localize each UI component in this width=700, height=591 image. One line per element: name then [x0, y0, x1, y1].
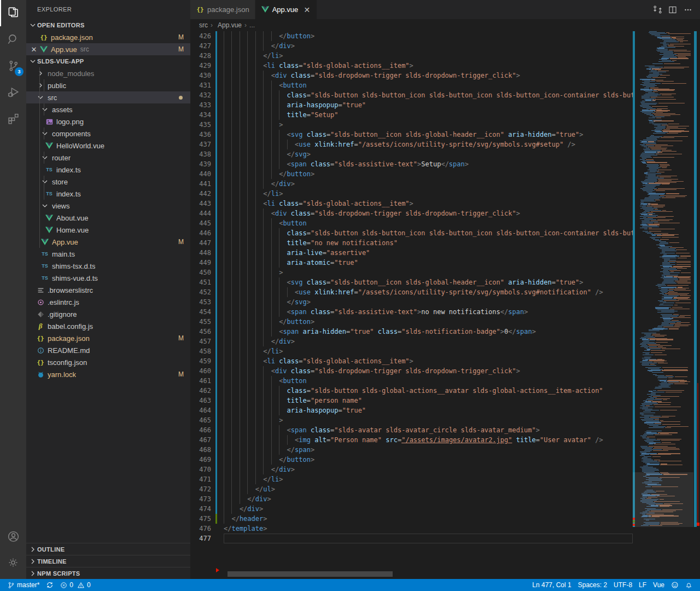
status-item-problems[interactable]: 00: [57, 579, 94, 591]
tree-file-package.json[interactable]: {}package.jsonM: [26, 332, 190, 344]
tree-folder-node_modules[interactable]: node_modules: [26, 67, 190, 79]
tree-item-label: logo.png: [56, 118, 84, 126]
minimap[interactable]: [633, 31, 693, 579]
status-item-eol[interactable]: LF: [635, 579, 650, 591]
tree-file-yarn.lock[interactable]: yarn.lockM: [26, 368, 190, 380]
section-npm-scripts[interactable]: NPM SCRIPTS: [26, 567, 190, 579]
more-actions-icon[interactable]: [680, 3, 696, 16]
tree-file-README.md[interactable]: README.md: [26, 344, 190, 356]
breadcrumb-item-file[interactable]: App.vue: [215, 21, 242, 29]
tree-file-.browserslistrc[interactable]: .browserslistrc: [26, 284, 190, 296]
indent-guides: [224, 474, 263, 484]
minimap-slider[interactable]: [633, 472, 693, 527]
section-label: TIMELINE: [37, 558, 67, 565]
breadcrumb: src › App.vue › ...: [190, 19, 700, 31]
tree-file-Home.vue[interactable]: Home.vue: [26, 224, 190, 236]
activity-item-run-debug[interactable]: [0, 79, 26, 105]
error-marker-icon: [216, 568, 219, 572]
tree-file-index.ts[interactable]: TSindex.ts: [26, 188, 190, 200]
tree-file-.gitignore[interactable]: .gitignore: [26, 308, 190, 320]
code-line-472: 472</ul>: [190, 484, 633, 494]
gutter-change-indicator: [215, 396, 217, 405]
section-outline[interactable]: OUTLINE: [26, 543, 190, 555]
gutter-change-indicator: [215, 297, 217, 307]
tree-file-shims-vue.d.ts[interactable]: TSshims-vue.d.ts: [26, 272, 190, 284]
horizontal-scrollbar[interactable]: [228, 571, 393, 577]
sidebar-title: EXPLORER: [26, 0, 190, 19]
tree-file-App.vue[interactable]: App.vueM: [26, 236, 190, 248]
tab-App.vue[interactable]: App.vue✕: [255, 0, 318, 19]
status-item-language-mode[interactable]: Vue: [650, 579, 668, 591]
code-line-438: 438</svg>: [190, 149, 633, 159]
code-line-452: 452<use xlink:href="/assets/icons/utilit…: [190, 287, 633, 297]
gutter-change-indicator: [215, 317, 217, 327]
minimap-lines: [636, 31, 691, 527]
tree-item-label: .eslintrc.js: [48, 298, 79, 306]
tree-folder-store[interactable]: store: [26, 176, 190, 188]
line-number: 474: [190, 504, 215, 514]
breadcrumb-item-src[interactable]: src: [199, 21, 208, 29]
status-item-encoding[interactable]: UTF-8: [610, 579, 635, 591]
open-editor-item[interactable]: {}package.jsonM: [26, 31, 190, 43]
indent-guides: [224, 415, 279, 425]
tree-file-logo.png[interactable]: logo.png: [26, 115, 190, 128]
status-item-feedback[interactable]: [668, 579, 682, 591]
gutter-change-indicator: [215, 169, 217, 179]
code-line-427: 427</div>: [190, 41, 633, 51]
open-changes-icon[interactable]: [650, 3, 665, 16]
line-content: [224, 534, 633, 543]
split-editor-icon[interactable]: [665, 3, 680, 16]
status-item-indentation[interactable]: Spaces: 2: [575, 579, 610, 591]
tree-folder-assets[interactable]: assets: [26, 103, 190, 115]
tree-folder-public[interactable]: public: [26, 79, 190, 91]
tree-folder-views[interactable]: views: [26, 200, 190, 212]
tree-folder-router[interactable]: router: [26, 152, 190, 164]
tree-file-index.ts[interactable]: TSindex.ts: [26, 164, 190, 176]
line-content: title="Setup": [224, 110, 633, 120]
activity-item-settings[interactable]: [0, 549, 26, 576]
activity-item-search[interactable]: [0, 26, 26, 53]
gutter-change-indicator: [215, 110, 217, 120]
activity-item-explorer[interactable]: [0, 0, 26, 26]
gutter-change-indicator: [215, 307, 217, 317]
tree-file-main.ts[interactable]: TSmain.ts: [26, 248, 190, 260]
status-item-notifications[interactable]: [682, 579, 696, 591]
gutter-change-indicator: [215, 80, 217, 90]
breadcrumb-item-ellipsis[interactable]: ...: [249, 21, 255, 29]
tree-file-babel.config.js[interactable]: βbabel.config.js: [26, 320, 190, 332]
explorer-icon: [6, 6, 20, 20]
gutter-change-indicator: [215, 484, 217, 494]
open-editors-header[interactable]: OPEN EDITORS: [26, 19, 190, 31]
tree-file-tsconfig.json[interactable]: {}tsconfig.json: [26, 356, 190, 368]
tree-file-About.vue[interactable]: About.vue: [26, 212, 190, 224]
activity-item-extensions[interactable]: [0, 105, 26, 131]
tree-file-shims-tsx.d.ts[interactable]: TSshims-tsx.d.ts: [26, 260, 190, 272]
code-editor[interactable]: 426</button>427</div>428</li>429<li clas…: [190, 31, 700, 579]
open-editor-item[interactable]: ✕App.vuesrcM: [26, 43, 190, 55]
tree-item-label: HelloWorld.vue: [56, 142, 104, 150]
line-number: 476: [190, 524, 215, 534]
indent-guides: [224, 90, 287, 100]
gutter-change-indicator: [215, 61, 217, 71]
project-section-header[interactable]: SLDS-VUE-APP: [26, 55, 190, 67]
activity-item-account[interactable]: [0, 523, 26, 549]
gutter-change-indicator: [215, 218, 217, 228]
line-content: </li>: [224, 346, 633, 356]
modified-badge: M: [178, 238, 184, 246]
activity-item-source-control[interactable]: 3: [0, 53, 26, 79]
indent-guides: [224, 445, 287, 455]
status-label: 0: [69, 581, 73, 589]
status-item-sync[interactable]: [43, 579, 57, 591]
tree-file-.eslintrc.js[interactable]: .eslintrc.js: [26, 296, 190, 308]
tree-file-HelloWorld.vue[interactable]: HelloWorld.vue: [26, 140, 190, 152]
section-timeline[interactable]: TIMELINE: [26, 555, 190, 567]
tree-folder-src[interactable]: src: [26, 91, 190, 103]
close-icon[interactable]: ✕: [28, 45, 39, 54]
tab-package.json[interactable]: {}package.json: [190, 0, 255, 19]
tree-folder-components[interactable]: components: [26, 128, 190, 140]
status-item-git-branch[interactable]: master*: [4, 579, 43, 591]
vue-icon: [45, 141, 54, 150]
close-icon[interactable]: ✕: [302, 5, 311, 14]
line-content: </div>: [224, 179, 633, 189]
status-item-cursor-position[interactable]: Ln 477, Col 1: [529, 579, 574, 591]
